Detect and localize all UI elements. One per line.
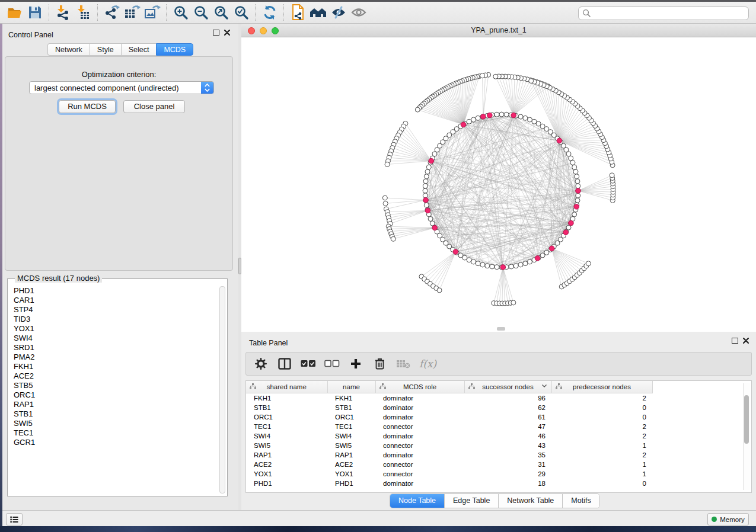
eye-icon bbox=[350, 5, 367, 20]
table-row[interactable]: STB1STB1dominator620 bbox=[246, 403, 739, 412]
unchecked-boxes-icon bbox=[324, 360, 340, 368]
tab-edge-table[interactable]: Edge Table bbox=[445, 494, 499, 508]
close-table-panel-icon[interactable] bbox=[743, 338, 749, 344]
mcds-result-item[interactable]: PMA2 bbox=[9, 352, 219, 362]
mcds-result-item[interactable]: GCR1 bbox=[9, 438, 219, 447]
col-shared-name[interactable]: shared name bbox=[246, 381, 327, 393]
mcds-result-item[interactable]: FKH1 bbox=[9, 362, 219, 371]
table-row[interactable]: SWI4SWI4dominator462 bbox=[246, 431, 739, 441]
export-table-icon bbox=[124, 5, 141, 20]
save-session-button[interactable] bbox=[25, 4, 45, 21]
columns-icon bbox=[278, 358, 291, 370]
deselect-all-button[interactable] bbox=[324, 356, 340, 371]
task-history-button[interactable] bbox=[6, 513, 23, 525]
table-panel-title: Table Panel bbox=[249, 339, 288, 347]
table-row[interactable]: FKH1FKH1dominator962 bbox=[246, 393, 739, 403]
mcds-result-item[interactable]: TID3 bbox=[9, 315, 219, 324]
table-header-row: shared name name MCDS role bbox=[246, 381, 739, 393]
mcds-list-scrollbar[interactable] bbox=[219, 286, 225, 493]
export-image-button[interactable] bbox=[142, 4, 162, 21]
table-row[interactable]: YOX1YOX1connector291 bbox=[246, 469, 739, 479]
export-table-button[interactable] bbox=[122, 4, 142, 21]
mcds-result-list[interactable]: PHD1CAR1STP4TID3YOX1SWI4SRD1PMA2FKH1ACE2… bbox=[9, 286, 219, 494]
zoom-in-button[interactable] bbox=[171, 4, 191, 21]
float-panel-icon[interactable] bbox=[213, 30, 219, 36]
run-mcds-button[interactable]: Run MCDS bbox=[59, 100, 116, 113]
horizontal-splitter-grip[interactable] bbox=[497, 327, 505, 331]
zoom-fit-button[interactable] bbox=[211, 4, 231, 21]
mcds-result-item[interactable]: STB5 bbox=[9, 381, 219, 390]
zoom-in-icon bbox=[173, 5, 189, 20]
mcds-result-item[interactable]: ACE2 bbox=[9, 371, 219, 381]
mcds-result-item[interactable]: SWI5 bbox=[9, 419, 219, 428]
mcds-result-item[interactable]: CAR1 bbox=[9, 296, 219, 305]
col-predecessor-nodes[interactable]: predecessor nodes bbox=[551, 381, 652, 393]
table-row[interactable]: PHD1PHD1dominator180 bbox=[246, 479, 739, 488]
checked-boxes-icon bbox=[301, 360, 316, 368]
table-row[interactable]: ACE2ACE2connector311 bbox=[246, 460, 739, 469]
mcds-result-item[interactable]: RAP1 bbox=[9, 400, 219, 409]
criterion-dropdown[interactable]: largest connected component (undirected) bbox=[29, 81, 214, 94]
delete-table-button[interactable] bbox=[395, 356, 411, 371]
home-networks-button[interactable] bbox=[308, 4, 328, 21]
import-network-button[interactable] bbox=[53, 4, 74, 21]
search-input[interactable] bbox=[591, 8, 748, 20]
mcds-result-item[interactable]: STP4 bbox=[9, 305, 219, 315]
toolbar-separator bbox=[97, 4, 98, 21]
table-row[interactable]: RAP1RAP1dominator352 bbox=[246, 450, 739, 460]
toolbar-separator bbox=[49, 4, 50, 21]
memory-button[interactable]: Memory bbox=[707, 513, 749, 525]
table-row[interactable]: SWI5SWI5connector431 bbox=[246, 441, 739, 450]
network-canvas[interactable] bbox=[241, 37, 756, 332]
tab-motifs[interactable]: Motifs bbox=[563, 494, 599, 508]
tab-network[interactable]: Network bbox=[47, 43, 90, 56]
table-scrollbar[interactable] bbox=[743, 383, 750, 490]
col-successor-nodes[interactable]: successor nodes bbox=[464, 381, 551, 393]
mcds-result-item[interactable]: STB1 bbox=[9, 409, 219, 419]
plus-icon bbox=[350, 358, 361, 369]
search-field[interactable] bbox=[578, 7, 749, 20]
trash-icon bbox=[375, 358, 385, 370]
zoom-out-button[interactable] bbox=[191, 4, 211, 21]
table-row[interactable]: ORC1ORC1dominator610 bbox=[246, 412, 739, 422]
network-graph[interactable] bbox=[241, 37, 756, 332]
export-network-button[interactable] bbox=[102, 4, 122, 21]
tab-network-table[interactable]: Network Table bbox=[499, 494, 563, 508]
select-all-button[interactable] bbox=[301, 356, 316, 371]
node-table-body: FKH1FKH1dominator962STB1STB1dominator620… bbox=[246, 393, 739, 489]
hide-unhide-button[interactable] bbox=[328, 4, 349, 21]
mcds-result-item[interactable]: SRD1 bbox=[9, 343, 219, 352]
mcds-result-item[interactable]: ORC1 bbox=[9, 390, 219, 400]
show-columns-button[interactable] bbox=[277, 356, 292, 371]
table-scrollbar-thumb[interactable] bbox=[744, 395, 749, 444]
tab-node-table[interactable]: Node Table bbox=[390, 494, 445, 508]
tab-style[interactable]: Style bbox=[90, 43, 121, 56]
close-panel-button[interactable]: Close panel bbox=[123, 100, 185, 113]
zoom-selected-button[interactable] bbox=[231, 4, 251, 21]
tab-mcds[interactable]: MCDS bbox=[156, 43, 193, 56]
refresh-layout-button[interactable] bbox=[260, 4, 280, 21]
share-document-button[interactable] bbox=[288, 4, 308, 21]
col-name[interactable]: name bbox=[327, 381, 375, 393]
import-table-button[interactable] bbox=[74, 4, 94, 21]
import-network-icon bbox=[56, 5, 71, 20]
eye-slash-icon bbox=[330, 5, 347, 20]
mcds-result-item[interactable]: YOX1 bbox=[9, 324, 219, 334]
network-window-titlebar[interactable]: YPA_prune.txt_1 bbox=[241, 24, 756, 37]
mcds-result-item[interactable]: PHD1 bbox=[9, 286, 219, 296]
add-column-button[interactable] bbox=[348, 356, 363, 371]
table-settings-button[interactable] bbox=[253, 356, 269, 371]
table-toolbar: f(x) bbox=[245, 352, 752, 376]
table-panel: Table Panel bbox=[241, 334, 756, 511]
float-table-panel-icon[interactable] bbox=[732, 338, 738, 344]
bird-eye-view-button[interactable] bbox=[349, 4, 369, 21]
close-panel-icon[interactable] bbox=[224, 30, 230, 36]
tab-select[interactable]: Select bbox=[121, 43, 157, 56]
mcds-result-item[interactable]: TEC1 bbox=[9, 428, 219, 438]
table-row[interactable]: TEC1TEC1connector472 bbox=[246, 422, 739, 431]
function-builder-button[interactable]: f(x) bbox=[419, 358, 436, 370]
col-mcds-role[interactable]: MCDS role bbox=[375, 381, 464, 393]
mcds-result-item[interactable]: SWI4 bbox=[9, 334, 219, 343]
open-session-button[interactable] bbox=[5, 4, 25, 21]
delete-column-button[interactable] bbox=[372, 356, 387, 371]
